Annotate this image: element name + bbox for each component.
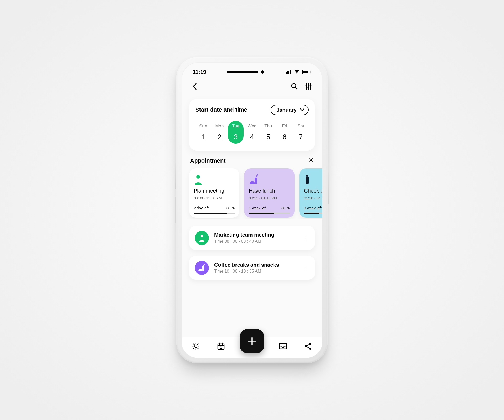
svg-point-12 [306, 84, 307, 86]
svg-point-19 [195, 345, 197, 348]
svg-point-18 [201, 235, 203, 237]
status-bar: 11:19 [182, 62, 322, 78]
list-item-time: Time 10 : 00 - 10 : 35 AM [214, 269, 298, 274]
person-icon [194, 174, 235, 185]
wifi-icon [294, 70, 300, 74]
filter-icon[interactable] [305, 83, 312, 91]
list-item[interactable]: Marketing team meeting Time 08 : 00 - 08… [189, 226, 315, 250]
svg-rect-7 [311, 71, 311, 73]
day-fri[interactable]: Fri6 [277, 121, 292, 144]
notch [227, 70, 264, 74]
svg-line-25 [198, 348, 198, 349]
svg-rect-17 [306, 175, 308, 176]
more-icon[interactable]: ⋯ [303, 265, 309, 271]
svg-rect-1 [286, 72, 287, 74]
appointment-card-title: Check pr [304, 188, 322, 194]
svg-text:1: 1 [220, 346, 222, 349]
svg-point-13 [308, 87, 309, 89]
month-selector[interactable]: January [271, 105, 309, 115]
back-button[interactable] [192, 82, 197, 92]
month-label: January [276, 107, 297, 113]
appointment-card[interactable]: Have lunch 00:15 - 01:10 PM 1 week left6… [244, 168, 295, 218]
list-item[interactable]: Coffee breaks and snacks Time 10 : 00 - … [189, 256, 315, 280]
list-item-time: Time 08 : 00 - 08 : 40 AM [214, 239, 298, 244]
svg-line-24 [193, 344, 194, 344]
phone-frame: 11:19 [176, 57, 328, 363]
svg-rect-2 [287, 71, 288, 74]
appointment-card-time: 01:30 - 04:30 [304, 196, 322, 200]
nav-calendar-icon[interactable]: 1 [215, 342, 227, 351]
screen: 11:19 [182, 62, 322, 358]
appointment-cards[interactable]: Plan meeting 08:00 - 11:50 AM 2 day left… [182, 168, 322, 219]
svg-line-36 [307, 344, 309, 346]
food-icon [195, 261, 209, 275]
svg-line-27 [193, 348, 194, 349]
top-bar [182, 78, 322, 94]
nav-share-icon[interactable] [302, 342, 314, 351]
svg-point-14 [310, 84, 312, 86]
person-icon [195, 231, 209, 245]
search-icon[interactable] [291, 83, 298, 91]
camera-dot [261, 70, 264, 74]
list-item-title: Marketing team meeting [214, 232, 298, 238]
appointment-card-pct: 60 % [281, 206, 290, 210]
appointment-title: Appointment [190, 157, 226, 164]
appointment-card-title: Have lunch [249, 188, 290, 194]
date-card: Start date and time January Sun1 Mon2 Tu… [189, 99, 315, 151]
signal-icon [285, 70, 291, 74]
appointment-header: Appointment [182, 157, 322, 168]
svg-point-15 [310, 159, 312, 160]
day-mon[interactable]: Mon2 [212, 121, 227, 144]
day-sat[interactable]: Sat7 [293, 121, 309, 144]
bottle-icon [304, 174, 322, 185]
more-icon[interactable]: ⋯ [303, 235, 309, 241]
svg-line-26 [198, 344, 198, 344]
day-wed[interactable]: Wed4 [244, 121, 260, 144]
appointment-card-title: Plan meeting [194, 188, 235, 194]
appointment-card-left: 2 day left [194, 206, 209, 210]
day-sun[interactable]: Sun1 [195, 121, 211, 144]
appointment-card-time: 08:00 - 11:50 AM [194, 196, 235, 200]
progress-bar [194, 213, 235, 214]
bottom-nav: 1 [182, 337, 322, 358]
appointment-card-left: 1 week left [249, 206, 266, 210]
appointment-card[interactable]: Check pr 01:30 - 04:30 3 week left [299, 168, 322, 218]
nav-sun-icon[interactable] [190, 342, 202, 351]
status-icons [285, 70, 311, 74]
svg-rect-3 [288, 71, 289, 74]
day-tue[interactable]: Tue3 [228, 121, 244, 144]
appointment-card-pct: 80 % [226, 206, 235, 210]
progress-bar [249, 213, 290, 214]
status-time: 11:19 [193, 69, 206, 75]
svg-point-16 [196, 175, 200, 179]
days-row: Sun1 Mon2 Tue3 Wed4 Thu5 Fri6 Sat7 [195, 121, 309, 144]
appointment-card[interactable]: Plan meeting 08:00 - 11:50 AM 2 day left… [189, 168, 239, 218]
svg-rect-4 [290, 70, 291, 74]
progress-bar [304, 213, 322, 214]
nav-inbox-icon[interactable] [277, 343, 289, 351]
speaker-pill [227, 71, 258, 73]
day-thu[interactable]: Thu5 [260, 121, 276, 144]
appointment-card-time: 00:15 - 01:10 PM [249, 196, 290, 200]
date-card-title: Start date and time [195, 106, 247, 113]
event-list: Marketing team meeting Time 08 : 00 - 08… [182, 219, 322, 280]
svg-rect-6 [303, 71, 308, 73]
list-item-title: Coffee breaks and snacks [214, 262, 298, 268]
gear-icon[interactable] [308, 157, 314, 165]
svg-line-37 [307, 347, 309, 348]
battery-icon [302, 70, 311, 74]
add-button[interactable] [240, 329, 264, 353]
food-icon [249, 174, 290, 185]
svg-rect-0 [285, 73, 285, 74]
chevron-down-icon [300, 108, 304, 111]
appointment-card-left: 3 week left [304, 206, 322, 210]
